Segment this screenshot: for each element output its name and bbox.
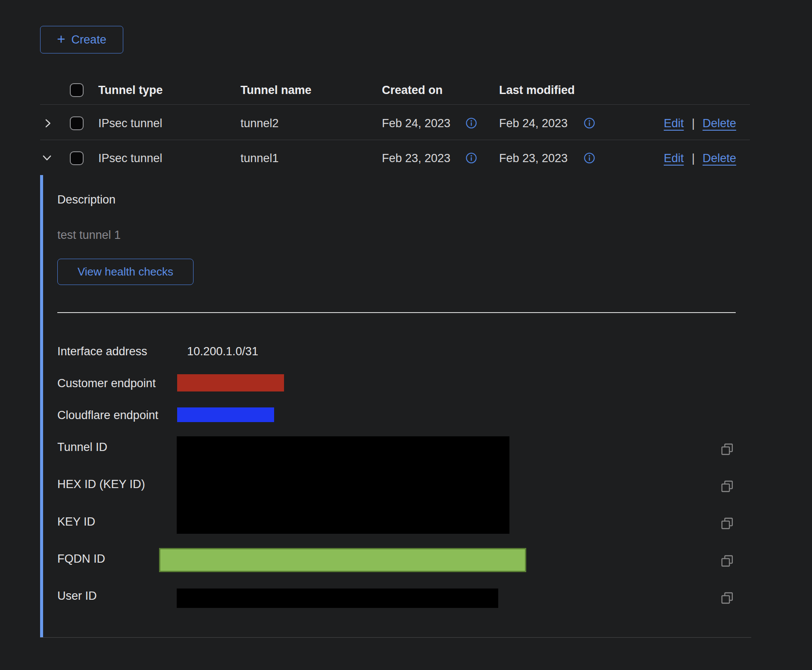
edit-link[interactable]: Edit <box>664 152 684 165</box>
panel-bottom-divider <box>40 637 751 638</box>
copy-icon[interactable] <box>720 442 734 456</box>
fqdn-id-redaction <box>159 548 526 572</box>
key-id-label: KEY ID <box>57 515 95 529</box>
create-button[interactable]: + Create <box>40 26 123 53</box>
fqdn-id-label: FQDN ID <box>57 552 105 566</box>
ids-redaction <box>177 436 509 534</box>
customer-endpoint-redaction <box>177 374 284 391</box>
customer-endpoint-label: Customer endpoint <box>57 377 156 390</box>
interface-address-label: Interface address <box>57 345 147 358</box>
created-on-cell: Feb 23, 2023 <box>382 152 450 165</box>
row-checkbox[interactable] <box>70 151 84 165</box>
expanded-row-accent-bar <box>40 175 43 637</box>
tunnel-type-cell: IPsec tunnel <box>98 152 162 165</box>
chevron-down-icon[interactable] <box>41 152 53 164</box>
user-id-label: User ID <box>57 589 97 603</box>
action-separator: | <box>692 152 695 165</box>
edit-link[interactable]: Edit <box>664 117 684 130</box>
tunnel-type-cell: IPsec tunnel <box>98 117 162 130</box>
tunnel-name-cell: tunnel2 <box>240 117 279 130</box>
copy-icon[interactable] <box>720 591 734 605</box>
view-health-checks-button[interactable]: View health checks <box>57 259 194 285</box>
row-checkbox[interactable] <box>70 116 84 130</box>
info-icon[interactable] <box>465 152 477 164</box>
delete-link[interactable]: Delete <box>703 152 736 165</box>
cloudflare-endpoint-label: Cloudflare endpoint <box>57 409 158 422</box>
last-modified-cell: Feb 24, 2023 <box>499 117 568 130</box>
column-header-tunnel-type: Tunnel type <box>98 84 163 97</box>
cloudflare-endpoint-redaction <box>177 407 274 422</box>
plus-icon: + <box>57 32 65 46</box>
hex-id-label: HEX ID (KEY ID) <box>57 478 145 491</box>
chevron-right-icon[interactable] <box>42 117 54 129</box>
info-icon[interactable] <box>584 117 595 129</box>
row-divider <box>40 140 750 140</box>
info-icon[interactable] <box>584 152 595 164</box>
interface-address-value: 10.200.1.0/31 <box>187 345 258 358</box>
tunnels-page: + Create Tunnel type Tunnel name Created… <box>0 0 812 670</box>
column-header-last-modified: Last modified <box>499 84 575 97</box>
create-button-label: Create <box>72 33 106 47</box>
column-header-tunnel-name: Tunnel name <box>240 84 312 97</box>
description-label: Description <box>57 193 116 207</box>
delete-link[interactable]: Delete <box>703 117 736 130</box>
copy-icon[interactable] <box>720 517 734 530</box>
action-separator: | <box>692 117 695 130</box>
tunnel-name-cell: tunnel1 <box>240 152 279 165</box>
info-icon[interactable] <box>465 117 477 129</box>
column-header-created-on: Created on <box>382 84 443 97</box>
header-divider <box>40 104 750 105</box>
tunnel-id-label: Tunnel ID <box>57 441 107 454</box>
user-id-redaction <box>177 589 498 608</box>
select-all-checkbox[interactable] <box>70 83 84 97</box>
created-on-cell: Feb 24, 2023 <box>382 117 450 130</box>
description-value: test tunnel 1 <box>57 229 121 242</box>
copy-icon[interactable] <box>720 554 734 568</box>
last-modified-cell: Feb 23, 2023 <box>499 152 568 165</box>
section-divider <box>57 312 736 313</box>
copy-icon[interactable] <box>720 479 734 493</box>
